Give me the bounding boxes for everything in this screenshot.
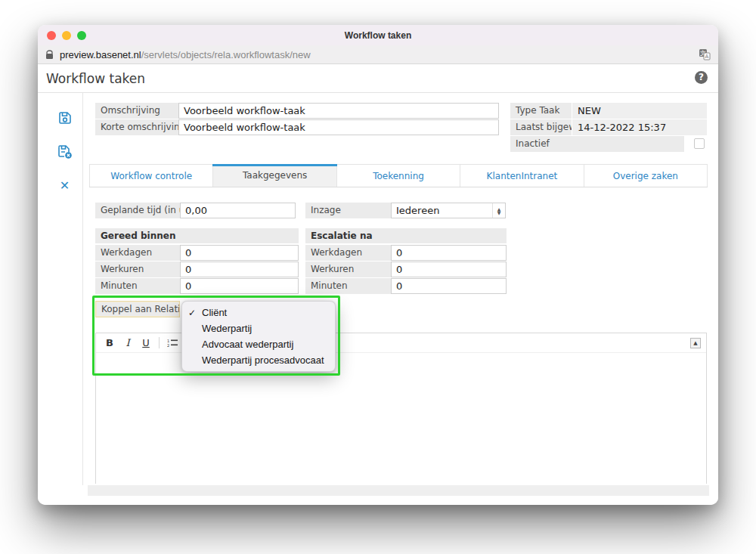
korte-omschrijving-label: Korte omschrijving — [95, 119, 178, 135]
menu-item-client[interactable]: ✓ Cliënt — [182, 305, 335, 320]
menu-item-wederpartij-procesadvocaat[interactable]: Wederpartij procesadvocaat — [182, 352, 335, 368]
window-title: Workflow taken — [38, 30, 718, 41]
laatst-bijgewerkt-value: 14-12-2022 15:37 — [572, 119, 707, 135]
escalatie-werkuren-input[interactable]: 0 — [391, 262, 507, 277]
minimize-window-button[interactable] — [62, 31, 71, 40]
escalatie-na-header: Escalatie na — [305, 228, 507, 243]
italic-button[interactable]: I — [120, 336, 135, 351]
geplande-tijd-label: Geplande tijd (in u... — [95, 203, 180, 218]
save-icon — [57, 110, 73, 125]
escalatie-minuten-input[interactable]: 0 — [391, 278, 507, 294]
inzage-select[interactable]: Iedereen ▲▼ — [391, 203, 506, 218]
tab-overige-zaken[interactable]: Overige zaken — [584, 164, 708, 187]
inzage-label: Inzage — [305, 203, 391, 218]
page-title: Workflow taken — [46, 71, 145, 86]
tab-bar: Workflow controle Taakgegevens Toekennin… — [89, 164, 708, 187]
zoom-window-button[interactable] — [77, 31, 86, 40]
save-button[interactable] — [57, 110, 73, 126]
help-icon[interactable]: ? — [695, 71, 708, 84]
gereed-werkdagen-input[interactable]: 0 — [180, 245, 299, 261]
close-form-button[interactable]: ✕ — [57, 178, 73, 194]
escalatie-werkuren-label: Werkuren — [305, 262, 391, 277]
save-close-icon — [57, 144, 73, 160]
editor-content[interactable] — [96, 353, 706, 484]
close-window-button[interactable] — [47, 31, 56, 40]
menu-item-advocaat-wederpartij[interactable]: Advocaat wederpartij — [182, 336, 335, 352]
gereed-minuten-input[interactable]: 0 — [180, 278, 299, 294]
gereed-werkuren-label: Werkuren — [95, 262, 180, 277]
stepper-icon: ▲▼ — [492, 203, 505, 218]
browser-window: Workflow taken preview.basenet.nl/servle… — [38, 25, 718, 505]
page-header: Workflow taken ? — [38, 64, 718, 93]
save-and-close-button[interactable] — [57, 144, 73, 160]
panel-footer-strip — [88, 485, 709, 496]
url-bar[interactable]: preview.basenet.nl/servlets/objects/rela… — [38, 45, 718, 64]
toolbar-collapse-button[interactable]: ▲ — [690, 338, 701, 348]
ordered-list-button[interactable]: 12 — [165, 336, 180, 351]
toolbar-divider — [159, 337, 160, 348]
omschrijving-input[interactable]: Voorbeeld workflow-taak — [178, 103, 499, 119]
geplande-tijd-input[interactable]: 0,00 — [180, 203, 296, 218]
relation-dropdown-menu: ✓ Cliënt Wederpartij Advocaat wederparti… — [181, 301, 336, 372]
bold-button[interactable]: B — [102, 336, 117, 351]
url-text: preview.basenet.nl/servlets/objects/rela… — [60, 49, 311, 60]
koppel-aan-relatie-label: Koppel aan Relatie — [95, 301, 180, 317]
close-icon: ✕ — [60, 180, 70, 192]
window-titlebar: Workflow taken — [38, 25, 718, 45]
lock-icon[interactable] — [45, 50, 54, 60]
laatst-bijgewerkt-label: Laatst bijgewerkt — [510, 119, 572, 135]
collapse-arrow-icon: ▲ — [693, 340, 697, 346]
type-taak-value: NEW — [572, 103, 707, 119]
escalatie-werkdagen-label: Werkdagen — [305, 245, 391, 261]
gereed-binnen-header: Gereed binnen — [95, 228, 299, 243]
underline-button[interactable]: U — [138, 336, 153, 351]
translate-icon[interactable]: 文A — [699, 48, 711, 60]
escalatie-werkdagen-input[interactable]: 0 — [391, 245, 507, 261]
ordered-list-icon: 12 — [167, 339, 178, 348]
tab-toekenning[interactable]: Toekenning — [337, 164, 460, 187]
omschrijving-label: Omschrijving — [95, 103, 178, 119]
tab-klantenintranet[interactable]: KlantenIntranet — [460, 164, 584, 187]
type-taak-label: Type Taak — [510, 103, 572, 119]
svg-text:2: 2 — [167, 343, 169, 348]
checkmark-icon: ✓ — [182, 308, 202, 318]
tab-workflow-controle[interactable]: Workflow controle — [89, 164, 213, 187]
action-sidebar: ✕ — [47, 93, 83, 485]
korte-omschrijving-input[interactable]: Voorbeeld workflow-taak — [178, 119, 499, 135]
menu-item-wederpartij[interactable]: Wederpartij — [182, 320, 335, 336]
inactief-checkbox[interactable] — [694, 138, 705, 149]
svg-text:A: A — [705, 54, 709, 60]
gereed-werkuren-input[interactable]: 0 — [180, 262, 299, 277]
escalatie-minuten-label: Minuten — [305, 278, 391, 294]
inactief-label: Inactief — [510, 136, 684, 152]
tab-taakgegevens[interactable]: Taakgegevens — [213, 164, 336, 187]
gereed-werkdagen-label: Werkdagen — [95, 245, 180, 261]
gereed-minuten-label: Minuten — [95, 278, 180, 294]
